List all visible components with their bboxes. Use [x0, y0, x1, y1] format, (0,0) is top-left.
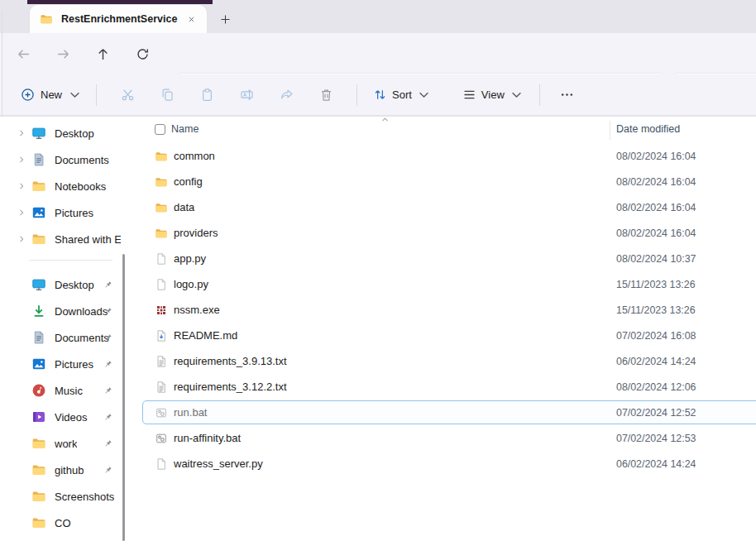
file-row[interactable]: nssm.exe 15/11/2023 13:26	[132, 297, 756, 323]
file-name: providers	[174, 227, 218, 239]
sidebar-item-shared-with-ev[interactable]: Shared with Ev	[0, 226, 132, 252]
pin-icon	[103, 412, 113, 423]
tab-title: RestEnrichmentService	[61, 13, 182, 25]
sort-button[interactable]: Sort	[368, 83, 436, 107]
file-name: run-affinity.bat	[174, 432, 241, 444]
forward-button[interactable]	[50, 41, 75, 66]
sidebar-item-screenshots[interactable]: Screenshots	[0, 483, 132, 510]
file-name: nssm.exe	[174, 304, 220, 316]
cut-icon	[121, 88, 135, 102]
file-icon	[155, 457, 168, 471]
file-row[interactable]: requirements_3.9.13.txt 06/02/2024 14:24	[132, 348, 756, 374]
file-row[interactable]: run-affinity.bat 07/02/2024 12:53	[132, 425, 756, 451]
new-tab-button[interactable]	[215, 9, 235, 29]
share-button[interactable]	[266, 80, 306, 110]
sidebar-item-documents[interactable]: Documents	[0, 146, 132, 173]
refresh-icon	[136, 47, 150, 61]
sidebar-item-work[interactable]: work	[0, 430, 132, 457]
file-row[interactable]: config 08/02/2024 16:04	[132, 169, 756, 194]
command-toolbar: New Sort View	[0, 74, 756, 116]
sidebar-item-videos[interactable]: Videos	[0, 404, 132, 430]
sidebar-item-music[interactable]: Music	[0, 377, 132, 404]
folder-icon	[155, 175, 168, 189]
chevron-right-icon[interactable]	[17, 128, 26, 138]
file-row[interactable]: providers 08/02/2024 16:04	[132, 220, 756, 246]
chevron-right-icon[interactable]	[17, 155, 26, 165]
new-button[interactable]: New	[17, 83, 85, 107]
file-date-modified: 15/11/2023 13:26	[616, 279, 696, 290]
file-row[interactable]: requirements_3.12.2.txt 08/02/2024 12:06	[132, 374, 756, 400]
sidebar-item-co[interactable]: CO	[0, 510, 132, 536]
sidebar-item-pictures[interactable]: Pictures	[0, 199, 132, 226]
delete-button[interactable]	[306, 80, 346, 110]
rename-button[interactable]	[227, 80, 266, 110]
pin-icon	[103, 359, 113, 370]
file-name: waitress_server.py	[174, 457, 263, 470]
cut-button[interactable]	[108, 80, 147, 110]
sort-button-label: Sort	[392, 89, 412, 101]
text-file-icon	[155, 381, 168, 394]
pin-icon	[103, 465, 113, 476]
file-name: logo.py	[174, 278, 208, 290]
back-icon	[17, 47, 31, 61]
file-row[interactable]: run.bat 07/02/2024 12:52	[132, 400, 756, 425]
pin-icon	[103, 280, 113, 290]
file-row[interactable]: logo.py 15/11/2023 13:26	[132, 271, 756, 297]
column-header-name[interactable]: Name	[171, 123, 199, 135]
file-row[interactable]: data 08/02/2024 16:04	[132, 194, 756, 220]
paste-icon	[200, 88, 214, 102]
folder-icon	[155, 227, 168, 240]
file-row[interactable]: app.py 08/02/2024 10:37	[132, 246, 756, 271]
sidebar-item-github[interactable]: github	[0, 457, 132, 483]
file-row[interactable]: common 08/02/2024 16:04	[132, 143, 756, 169]
sidebar-item-desktop[interactable]: Desktop	[0, 120, 132, 146]
sidebar-scrollbar[interactable]	[122, 254, 125, 541]
pictures-icon	[31, 357, 46, 371]
file-row[interactable]: waitress_server.py 06/02/2024 14:24	[132, 451, 756, 476]
sidebar-item-label: github	[55, 464, 84, 476]
folder-icon	[31, 462, 46, 477]
tab-close-icon[interactable]	[182, 10, 200, 28]
file-list-header: Name Date modified	[132, 117, 756, 143]
sidebar-item-notebooks[interactable]: Notebooks	[0, 173, 132, 199]
back-button[interactable]	[11, 41, 36, 66]
sidebar-item-label: Documents	[55, 332, 109, 344]
file-date-modified: 08/02/2024 16:04	[616, 227, 696, 239]
sidebar-item-label: work	[55, 438, 77, 450]
chevron-right-icon[interactable]	[17, 181, 26, 191]
forward-icon	[56, 47, 70, 61]
text-file-icon	[155, 355, 168, 368]
sidebar-item-label: Shared with Ev	[55, 233, 121, 246]
downloads-icon	[31, 304, 46, 318]
sidebar-item-label: Screenshots	[55, 491, 114, 503]
copy-button[interactable]	[147, 80, 187, 110]
column-separator[interactable]	[610, 121, 610, 140]
sidebar-item-pictures[interactable]: Pictures	[0, 351, 132, 377]
pin-icon	[103, 333, 113, 343]
more-options-button[interactable]	[551, 80, 584, 110]
file-row[interactable]: README.md 07/02/2024 16:08	[132, 323, 756, 348]
folder-icon	[40, 12, 53, 26]
sidebar-item-downloads[interactable]: Downloads	[0, 298, 132, 324]
select-all-checkbox[interactable]	[155, 124, 165, 135]
sidebar-item-documents[interactable]: Documents	[0, 324, 132, 351]
videos-icon	[31, 409, 46, 424]
refresh-button[interactable]	[130, 41, 155, 66]
file-date-modified: 08/02/2024 16:04	[616, 202, 696, 213]
navigation-bar: ···InsightMaker.PythonartifactsRestEnric…	[0, 33, 756, 74]
toolbar-divider	[96, 84, 97, 106]
chevron-right-icon[interactable]	[17, 234, 26, 244]
folder-icon	[31, 179, 46, 194]
nav-buttons	[11, 41, 155, 66]
explorer-tab[interactable]: RestEnrichmentService	[30, 5, 207, 33]
pictures-icon	[31, 205, 46, 220]
sidebar-item-desktop[interactable]: Desktop	[0, 271, 132, 298]
up-button[interactable]	[90, 41, 115, 66]
column-header-date-modified[interactable]: Date modified	[616, 123, 680, 135]
chevron-right-icon[interactable]	[17, 208, 26, 218]
file-date-modified: 15/11/2023 13:26	[616, 304, 696, 316]
sidebar-item-label: Desktop	[55, 127, 94, 140]
view-button[interactable]: View	[457, 83, 529, 107]
file-date-modified: 06/02/2024 14:24	[616, 356, 696, 367]
paste-button[interactable]	[187, 80, 227, 110]
